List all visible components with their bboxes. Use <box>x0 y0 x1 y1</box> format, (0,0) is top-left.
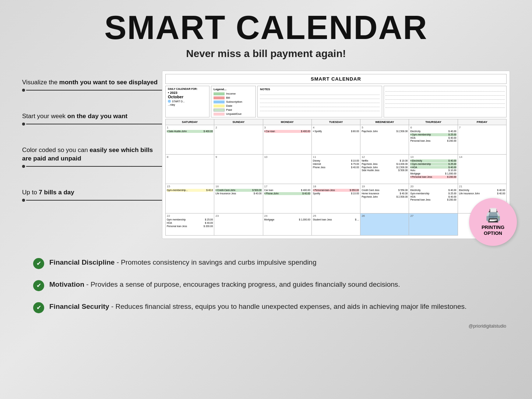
benefit-financial-security: ✔ Financial Security - Reduces financial… <box>33 301 499 313</box>
day-2: 2 <box>214 125 263 155</box>
calendar-extra-panel <box>384 86 507 117</box>
day-16: 16 xCredit-Card-John$ 500.00 Life Insura… <box>214 184 263 213</box>
col-header-monday: MONDAY <box>263 119 312 125</box>
day-7: 7 <box>458 125 507 155</box>
day-17: 17 Car loan$ 400.00 xPhone-John$ 40.00 <box>263 184 312 213</box>
calendar-notes-panel[interactable]: NOTES <box>257 86 382 117</box>
page-subtitle: Never miss a bill payment again! <box>22 48 510 60</box>
benefits-section: ✔ Financial Discipline - Promotes consis… <box>22 257 510 313</box>
day-14: 14 <box>458 155 507 184</box>
col-header-friday: FRIDAY <box>458 119 507 125</box>
calendar-legend-panel: Legend... Income Bill Subscription Date … <box>211 86 256 117</box>
col-header-thursday: THURSDAY <box>409 119 458 125</box>
social-handle: @prioridigitalstudio <box>469 324 506 329</box>
day-25: 25 Student loan Jess$ ... <box>312 213 360 236</box>
calendar-grid: SATURDAY SUNDAY MONDAY TUESDAY WEDNESDAY… <box>165 119 507 236</box>
day-1: 1 xSale-Hustle-John$ 400.00 <box>166 125 214 155</box>
day-12: 12 Netflix$ 10.00 Paycheck Jess$ 4,000.0… <box>360 155 409 184</box>
check-icon-2: ✔ <box>33 280 44 291</box>
calendar-input-panel: DAILY CALENDAR FOR: • 2023 October START… <box>165 86 209 117</box>
day-22: 22 Gym membership$ 25.00 HOA$ 40.00 Pers… <box>166 213 214 236</box>
calendar-panel: SMART CALENDAR DAILY CALENDAR FOR: • 202… <box>162 71 510 239</box>
day-26: 26 <box>360 213 409 236</box>
check-icon-3: ✔ <box>33 302 44 313</box>
day-4: 4 xSpotify$ 80.00 <box>312 125 360 155</box>
day-5: 5 Paycheck John$ 2,500.00 <box>360 125 409 155</box>
printing-option-badge[interactable]: 🖨️ PRINTINGOPTION <box>469 198 517 246</box>
annotation-3: Color coded so you can easily see which … <box>22 146 162 168</box>
day-9: 9 <box>214 155 263 184</box>
day-18: 18 xPersonal-loan-Jess$ 650.00 Spotify$ … <box>312 184 360 213</box>
day-15: 15 Gym-membership...$ 40.0 <box>166 184 214 213</box>
day-20: 20 Electricity$ 40.00 Gym-membership$ 25… <box>409 184 458 213</box>
benefit-financial-discipline: ✔ Financial Discipline - Promotes consis… <box>33 257 499 269</box>
day-3: 3 xCar-loan$ 400.00 <box>263 125 312 155</box>
day-10: 10 <box>263 155 312 184</box>
page-title: SMART CALENDAR <box>22 11 510 44</box>
annotation-2: Start your week on the day you want <box>22 112 162 126</box>
col-header-sunday: SUNDAY <box>214 119 263 125</box>
check-icon-1: ✔ <box>33 258 44 269</box>
col-header-wednesday: WEDNESDAY <box>360 119 409 125</box>
benefit-motivation: ✔ Motivation - Provides a sense of purpo… <box>33 279 499 291</box>
col-header-saturday: SATURDAY <box>166 119 214 125</box>
day-6: 6 Electricity$ 40.00 xGym-membership$ 25… <box>409 125 458 155</box>
day-23: 23 <box>214 213 263 236</box>
day-11: 11 Disney$ 10.00 Internet$ 75.00 Phone J… <box>312 155 360 184</box>
day-8: 8 <box>166 155 214 184</box>
col-header-tuesday: TUESDAY <box>312 119 360 125</box>
printer-icon: 🖨️ <box>485 208 501 223</box>
day-24: 24 Mortgage$ 1,000.00 <box>263 213 312 236</box>
annotation-4: Up to 7 bills a day <box>22 188 162 202</box>
printing-label: PRINTINGOPTION <box>482 225 504 236</box>
day-13: 13 xElectricity$ 40.00 xGym-membership$ … <box>409 155 458 184</box>
annotation-1: Visualize the month you want to see disp… <box>22 78 162 92</box>
annotations-panel: Visualize the month you want to see disp… <box>22 71 162 216</box>
day-19: 19 Credit Card Jess$ 550.00 Home Insuran… <box>360 184 409 213</box>
day-27: 27 <box>409 213 458 236</box>
footer: @prioridigitalstudio <box>22 324 510 329</box>
calendar-title: SMART CALENDAR <box>165 74 507 84</box>
